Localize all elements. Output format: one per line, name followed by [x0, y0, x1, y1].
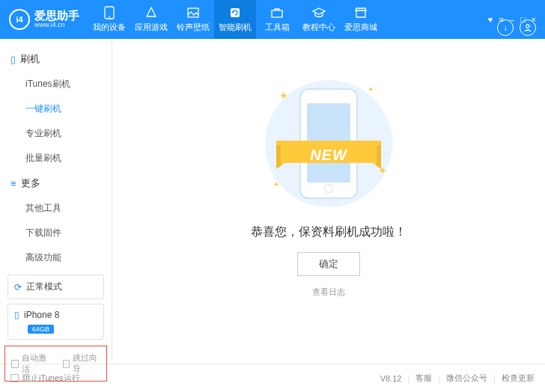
svg-point-5	[526, 25, 529, 28]
nav-ringtones[interactable]: 铃声壁纸	[172, 0, 214, 39]
store-icon	[354, 6, 368, 19]
sidebar-item-oneclick-flash[interactable]: 一键刷机	[0, 97, 112, 121]
apps-icon	[144, 6, 158, 19]
phone-icon: ▯	[10, 54, 16, 65]
user-button[interactable]	[520, 19, 536, 36]
checkbox-skip-guide[interactable]: 跳过向导	[63, 352, 101, 375]
sparkle-icon: ✦	[273, 180, 279, 189]
nav-toolbox[interactable]: 工具箱	[256, 0, 298, 39]
section-title: 刷机	[20, 52, 40, 66]
nav-flash[interactable]: 智能刷机	[214, 0, 256, 39]
logo-icon: i4	[9, 9, 30, 30]
svg-point-1	[109, 16, 110, 18]
wallpaper-icon	[186, 6, 200, 19]
checkbox-label: 自动激活	[22, 352, 49, 375]
support-link[interactable]: 客服	[415, 373, 432, 384]
svg-rect-4	[272, 10, 282, 17]
checkbox-label: 跳过向导	[73, 352, 100, 375]
download-button[interactable]: ↓	[497, 19, 514, 36]
nav-apps[interactable]: 应用游戏	[130, 0, 172, 39]
nav-tutorials[interactable]: 教程中心	[298, 0, 340, 39]
checkbox-block-itunes[interactable]: 阻止iTunes运行	[10, 373, 80, 384]
checkbox-icon	[10, 374, 19, 382]
sidebar-section-flash[interactable]: ▯ 刷机	[0, 46, 112, 72]
sparkle-icon: ✦	[279, 90, 288, 102]
nav-label: 工具箱	[265, 22, 290, 33]
more-icon: ≡	[10, 178, 16, 189]
main-content: ✦ ✦ ✦ ✦ NEW 恭喜您，保资料刷机成功啦！ 确定 查看日志	[112, 39, 545, 364]
nav-label: 我的设备	[93, 22, 126, 33]
logo-subtitle: www.i4.cn	[34, 22, 79, 29]
svg-rect-3	[231, 8, 240, 17]
section-title: 更多	[21, 177, 40, 190]
nav-label: 铃声壁纸	[177, 22, 210, 33]
nav-my-device[interactable]: 我的设备	[88, 0, 130, 39]
device-name: iPhone 8	[24, 310, 59, 320]
logo[interactable]: i4 爱思助手 www.i4.cn	[0, 9, 88, 30]
wechat-link[interactable]: 微信公众号	[446, 373, 487, 384]
sidebar-item-itunes-flash[interactable]: iTunes刷机	[0, 72, 112, 97]
device-card[interactable]: ▯ iPhone 8 64GB	[7, 304, 104, 340]
checkbox-icon	[63, 360, 70, 368]
sidebar: ▯ 刷机 iTunes刷机 一键刷机 专业刷机 批量刷机 ≡ 更多 其他工具 下…	[0, 39, 112, 364]
header: i4 爱思助手 www.i4.cn 我的设备 应用游戏 铃声壁纸 智能刷机 工具…	[0, 0, 545, 39]
checkbox-icon	[11, 360, 19, 368]
flash-icon	[228, 6, 242, 19]
sidebar-item-batch-flash[interactable]: 批量刷机	[0, 146, 112, 171]
phone-icon	[103, 6, 116, 19]
phone-icon: ▯	[14, 310, 19, 320]
nav-label: 爱思商城	[344, 22, 377, 33]
ok-button[interactable]: 确定	[297, 252, 360, 276]
sidebar-item-pro-flash[interactable]: 专业刷机	[0, 121, 112, 146]
sidebar-item-other-tools[interactable]: 其他工具	[0, 196, 112, 221]
checkbox-auto-activate[interactable]: 自动激活	[11, 352, 49, 375]
mode-label: 正常模式	[26, 281, 62, 293]
toolbox-icon	[270, 6, 284, 19]
success-message: 恭喜您，保资料刷机成功啦！	[251, 224, 407, 240]
device-mode[interactable]: ⟳ 正常模式	[7, 275, 104, 299]
nav-label: 智能刷机	[219, 22, 252, 33]
logo-title: 爱思助手	[34, 10, 79, 22]
sidebar-section-more[interactable]: ≡ 更多	[0, 171, 112, 196]
nav-label: 教程中心	[302, 22, 335, 33]
refresh-icon: ⟳	[14, 282, 22, 293]
nav-label: 应用游戏	[135, 22, 168, 33]
sidebar-item-download-firmware[interactable]: 下载固件	[0, 221, 112, 245]
version-label: V8.12	[380, 374, 402, 383]
sidebar-item-advanced[interactable]: 高级功能	[0, 245, 112, 270]
skin-icon[interactable]: ♥	[488, 15, 493, 24]
check-update-link[interactable]: 检查更新	[502, 373, 535, 384]
main-nav: 我的设备 应用游戏 铃声壁纸 智能刷机 工具箱 教程中心 爱思商城	[88, 0, 382, 39]
storage-badge: 64GB	[28, 325, 54, 334]
grad-cap-icon	[312, 6, 326, 19]
success-illustration: ✦ ✦ ✦ ✦ NEW	[254, 76, 404, 211]
sparkle-icon: ✦	[368, 85, 374, 94]
view-log-link[interactable]: 查看日志	[312, 287, 345, 298]
nav-store[interactable]: 爱思商城	[340, 0, 382, 39]
checkbox-label: 阻止iTunes运行	[22, 373, 80, 384]
